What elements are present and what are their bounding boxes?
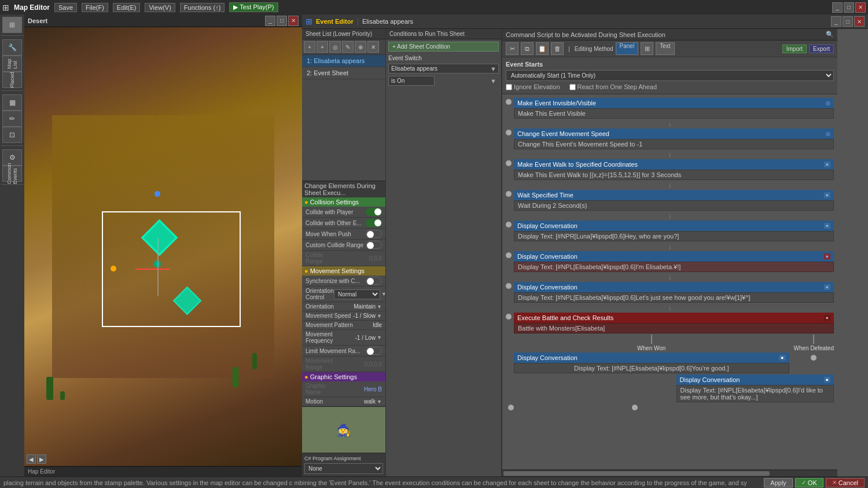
file-menu[interactable]: File(F) [82,3,108,12]
toolbar-stamp[interactable]: ▦ [2,94,22,111]
command-panel: Command Script to be Activated During Sh… [502,29,837,476]
collide-other-row: Collide with Other E... [302,218,385,229]
toolbar-pointer[interactable]: ⊞ [2,17,22,33]
move-handle-top[interactable] [155,191,160,197]
event-close[interactable]: ✕ [854,16,865,27]
ignore-elevation-input[interactable] [506,84,512,90]
connector-dot-5[interactable] [506,222,512,228]
toolbar-placed-list[interactable]: Placed [2,72,22,88]
height-line [157,238,159,296]
command-search-icon[interactable]: 🔍 [826,31,834,38]
cmd-scissors[interactable]: ✂ [506,42,518,55]
cmd-block-7: Display Conversation ● Display Text: [#N… [506,282,834,303]
toolbar-select[interactable]: ⊡ [2,127,22,143]
collide-other-toggle[interactable] [366,219,382,227]
sheet-copy-btn[interactable]: ◎ [329,41,341,53]
minimize-button[interactable]: _ [832,2,843,13]
toolbar-tools[interactable]: 🔧 [2,39,22,56]
connector-dot-6[interactable] [506,252,512,258]
move-handle-left[interactable] [111,266,116,271]
add-condition-btn[interactable]: + Add Sheet Condition [388,42,499,52]
cmd-header-1[interactable]: Make Event Invisible/Visible ◎ [514,98,834,108]
apply-button[interactable]: Apply [764,478,793,487]
event-minimize[interactable]: _ [831,16,841,27]
sheet-edit-btn[interactable]: ✎ [342,41,354,53]
cmd-header-3[interactable]: Make Event Walk to Specified Coordinates… [514,159,834,170]
orientation-ctrl-select[interactable]: NormalFixed [334,289,380,299]
save-button[interactable]: Save [54,3,77,12]
cmd-header-6[interactable]: Display Conversation ● [514,251,834,262]
toolbar-common-events[interactable]: Common Events [2,166,22,182]
sheet-delete-btn[interactable]: ✕ [367,41,379,53]
def-conv-header[interactable]: Display Conversation ● [676,375,834,385]
bottom-connector-1[interactable] [508,405,514,410]
cmd-block-8: Execute Battle and Check Results ● Battl… [506,313,834,333]
functions-menu[interactable]: Functions (↑) [180,3,225,12]
sync-c-toggle[interactable] [366,277,382,285]
react-one-step-check[interactable]: React from One Step Ahead [569,83,657,90]
cancel-button[interactable]: ✕ Cancel [826,478,865,487]
sheet-insert-btn[interactable]: + [317,41,328,53]
event-maximize[interactable]: □ [843,16,853,27]
connector-dot-1[interactable] [506,99,512,105]
connector-dot-4[interactable] [506,191,512,197]
cmd-header-4[interactable]: Wait Specified Time ● [514,190,834,200]
horiz-scroll-thumb[interactable] [503,471,770,476]
sheet-item-2[interactable]: 2: Event Sheet [302,67,385,79]
won-conv-1-header[interactable]: Display Conversation ● [514,353,789,363]
connector-dot-3[interactable] [506,160,512,166]
connector-dot-8[interactable] [506,314,512,320]
map-view[interactable]: ◀ ▶ [24,27,302,466]
auto-start-select[interactable]: Automatically Start (1 Time Only) [506,70,834,81]
scroll-right[interactable]: ▶ [37,454,46,464]
close-button[interactable]: ✕ [855,2,866,13]
cmd-header-8[interactable]: Execute Battle and Check Results ● [514,313,834,323]
bottom-status-bar: placing terrain and objects from the sta… [0,476,868,488]
connector-dot-7[interactable] [506,283,512,289]
view-menu[interactable]: View(V) [145,3,175,12]
export-btn[interactable]: Export [809,45,834,53]
move-push-toggle[interactable] [366,230,382,238]
defeated-connector[interactable] [811,355,816,361]
import-btn[interactable]: Import [782,45,807,53]
scroll-left[interactable]: ◀ [27,454,36,464]
edit-menu[interactable]: Edit(E) [113,3,141,12]
cmd-header-5[interactable]: Display Conversation ● [514,221,834,231]
cmd-header-7[interactable]: Display Conversation ● [514,282,834,292]
cmd-body-1: Make This Event Visible [514,108,834,119]
commands-scroll[interactable]: Make Event Invisible/Visible ◎ Make This… [502,94,837,469]
sheet-add-btn[interactable]: + [304,41,315,53]
test-play-button[interactable]: ▶ Test Play(P) [229,2,278,12]
csharp-select[interactable]: None [304,463,383,474]
sheet-move-btn[interactable]: ⊕ [355,41,366,53]
horiz-scrollbar[interactable] [502,469,837,476]
panel-btn[interactable]: Panel [616,42,639,55]
sheet-item-1[interactable]: 1: Elisabeta appears [302,55,385,67]
map-close[interactable]: ✕ [288,16,299,26]
movement-freq-row: Movement Frequency -1 / Low ▼ [302,330,385,346]
toolbar-map-list[interactable]: Map List [2,56,22,72]
is-on-select[interactable]: is On [388,76,435,86]
collide-player-toggle[interactable] [366,208,382,216]
cmd-delete[interactable]: 🗑 [551,42,564,55]
toolbar-pencil[interactable]: ✏ [2,111,22,127]
panel-icon[interactable]: ⊞ [641,42,653,55]
maximize-button[interactable]: □ [844,2,854,13]
selection-box[interactable] [102,211,241,327]
command-header: Command Script to be Activated During Sh… [502,29,837,41]
map-maximize[interactable]: □ [277,16,287,26]
cmd-paste[interactable]: 📋 [536,42,549,55]
limit-movement-toggle[interactable] [366,347,382,355]
event-switch-select[interactable]: Elisabeta appears [388,64,499,74]
text-btn[interactable]: Text [656,42,674,55]
motion-row: Motion walk ▼ [302,397,385,406]
cmd-header-2[interactable]: Change Event Movement Speed ◎ [514,129,834,139]
ignore-elevation-check[interactable]: Ignore Elevation [506,83,560,90]
map-minimize[interactable]: _ [265,16,275,26]
react-one-step-input[interactable] [569,84,576,90]
connector-dot-2[interactable] [506,130,512,135]
bottom-connector-2[interactable] [632,405,638,410]
custom-collide-toggle[interactable] [366,241,382,249]
cmd-copy[interactable]: ⧉ [521,42,534,55]
ok-button[interactable]: ✓ OK [795,478,823,487]
